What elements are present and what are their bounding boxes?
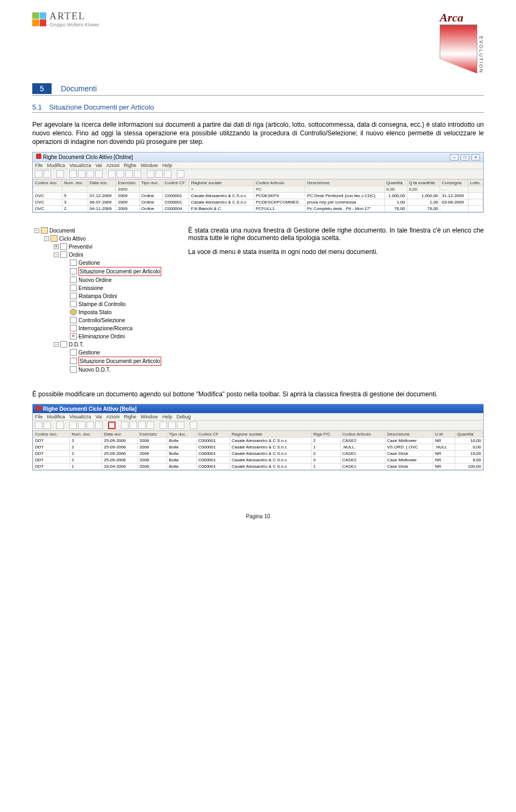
- column-header[interactable]: Lotto: [468, 179, 483, 186]
- minimize-button[interactable]: –: [450, 154, 458, 161]
- toolbar-button[interactable]: [56, 170, 64, 178]
- menu-righe[interactable]: Righe: [124, 414, 137, 419]
- toolbar-button[interactable]: [168, 422, 176, 429]
- filter-cell[interactable]: [305, 186, 384, 192]
- table-row[interactable]: OVC204-11-20092009OrdineC000004F.lli Bia…: [33, 205, 483, 212]
- menu-window[interactable]: Window: [141, 414, 158, 419]
- help-button[interactable]: [177, 170, 184, 178]
- close-button[interactable]: ×: [471, 154, 480, 161]
- menu-file[interactable]: File: [35, 414, 43, 419]
- filter-cell[interactable]: 2009: [116, 186, 139, 192]
- toolbar-button[interactable]: [35, 170, 42, 178]
- toolbar-button[interactable]: [117, 170, 124, 178]
- toolbar-button[interactable]: [108, 170, 116, 178]
- toolbar-button[interactable]: [160, 422, 167, 429]
- menu-azioni[interactable]: Azioni: [106, 414, 120, 419]
- tree-item[interactable]: Situazione Documenti per Articolo: [32, 357, 172, 366]
- menu-vai[interactable]: Vai: [95, 163, 102, 168]
- expand-icon[interactable]: -: [54, 252, 59, 257]
- toolbar-button[interactable]: [44, 422, 51, 429]
- menu-help[interactable]: Help: [162, 414, 173, 419]
- toolbar-button[interactable]: [155, 170, 163, 178]
- nav-next-button[interactable]: [87, 422, 94, 429]
- table-row[interactable]: DDT128-04-20062006BollaC000001Casale Ale…: [33, 463, 483, 469]
- toolbar-button[interactable]: [87, 170, 94, 178]
- table-row[interactable]: OVC306-07-20092009OrdineC000001Casale Al…: [33, 199, 483, 205]
- filter-cell[interactable]: [62, 186, 88, 192]
- column-header[interactable]: Quantità: [384, 179, 407, 186]
- nav-first-button[interactable]: [69, 422, 77, 429]
- tree-item[interactable]: Imposta Stato: [32, 308, 172, 316]
- tree-item[interactable]: +Preventivi: [32, 243, 172, 251]
- column-header[interactable]: Num. doc.: [62, 179, 88, 186]
- toolbar-button[interactable]: [78, 170, 85, 178]
- tree-item[interactable]: Nuovo Ordine: [32, 276, 172, 284]
- tree-item[interactable]: Ristampa Ordini: [32, 292, 172, 300]
- tree-item[interactable]: -D.D.T.: [32, 340, 172, 349]
- toolbar-button[interactable]: [69, 170, 77, 178]
- tree-item[interactable]: -Documenti: [32, 227, 172, 235]
- tree-item[interactable]: Gestione: [32, 259, 172, 267]
- column-header[interactable]: Codice Articolo: [254, 179, 305, 186]
- toolbar-button[interactable]: [177, 422, 184, 429]
- tree-item[interactable]: Interrogazione/Ricerca: [32, 324, 172, 332]
- column-header[interactable]: Codice CF: [196, 431, 230, 437]
- tree-item[interactable]: -Ordini: [32, 251, 172, 259]
- tree-item[interactable]: Gestione: [32, 349, 172, 357]
- filter-cell[interactable]: [139, 186, 162, 192]
- column-header[interactable]: Riga P/C: [311, 431, 340, 437]
- table-row[interactable]: DDT225-09-20062006BollaC000001Casale Ale…: [33, 444, 483, 450]
- column-header[interactable]: U.M.: [433, 431, 455, 437]
- column-header[interactable]: Tipo doc.: [167, 431, 197, 437]
- column-header[interactable]: Quantità: [455, 431, 483, 437]
- tree-item[interactable]: -Ciclo Attivo: [32, 235, 172, 243]
- toolbar-button[interactable]: [44, 170, 51, 178]
- menu-righe[interactable]: Righe: [124, 163, 137, 168]
- toolbar-button[interactable]: [121, 422, 128, 429]
- maximize-button[interactable]: □: [461, 154, 469, 161]
- toolbar-button[interactable]: [134, 170, 141, 178]
- column-header[interactable]: Data doc.: [88, 179, 116, 186]
- menu-window[interactable]: Window: [141, 163, 158, 168]
- filter-cell[interactable]: 8,00: [384, 186, 407, 192]
- toolbar-button[interactable]: [56, 422, 64, 429]
- tree-item[interactable]: Nuovo D.D.T.: [32, 366, 172, 374]
- expand-icon[interactable]: -: [34, 228, 39, 233]
- toolbar-button[interactable]: [138, 422, 146, 429]
- filter-cell[interactable]: PC: [254, 186, 305, 192]
- toolbar-button[interactable]: [130, 422, 137, 429]
- column-header[interactable]: Q.tà evadibile: [407, 179, 440, 186]
- toolbar-button[interactable]: [147, 170, 154, 178]
- filter-cell[interactable]: [468, 186, 483, 192]
- table-row[interactable]: DDT325-09-20062006BollaC000001Casale Ale…: [33, 437, 483, 444]
- menu-debug[interactable]: Debug: [176, 414, 191, 419]
- toolbar-button[interactable]: [35, 422, 42, 429]
- column-header[interactable]: Data doc.: [102, 431, 138, 437]
- menu-azioni[interactable]: Azioni: [106, 163, 120, 168]
- menu-modifica[interactable]: Modifica: [47, 163, 66, 168]
- column-header[interactable]: Codice Articolo: [340, 431, 385, 437]
- column-header[interactable]: Descrizione: [305, 179, 384, 186]
- column-header[interactable]: Consegna: [440, 179, 469, 186]
- toolbar-button[interactable]: [95, 170, 103, 178]
- expand-icon[interactable]: -: [44, 236, 49, 241]
- table-row[interactable]: OVC507-12-20092009OrdineC000001Casale Al…: [33, 192, 483, 199]
- tree-item[interactable]: Situazione Documenti per Articolo: [32, 267, 172, 276]
- column-header[interactable]: Descrizione: [385, 431, 433, 437]
- filter-cell[interactable]: [88, 186, 116, 192]
- table-row[interactable]: DDT225-09-20062006BollaC000001Casale Ale…: [33, 450, 483, 456]
- nav-last-button[interactable]: [95, 422, 103, 429]
- toolbar-button[interactable]: [147, 422, 154, 429]
- filter-cell[interactable]: [163, 186, 189, 192]
- menu-visualizza[interactable]: Visualizza: [69, 414, 91, 419]
- expand-icon[interactable]: +: [54, 244, 59, 249]
- column-header[interactable]: Num. doc.: [70, 431, 102, 437]
- help-button[interactable]: [190, 422, 197, 429]
- column-header[interactable]: Esercizio: [116, 179, 139, 186]
- modifica-button[interactable]: [108, 422, 116, 429]
- column-header[interactable]: Codice CF: [163, 179, 189, 186]
- column-header[interactable]: Tipo doc.: [139, 179, 162, 186]
- menu-modifica[interactable]: Modifica: [47, 414, 66, 419]
- column-header[interactable]: Ragione sociale: [230, 431, 311, 437]
- filter-cell[interactable]: [33, 186, 62, 192]
